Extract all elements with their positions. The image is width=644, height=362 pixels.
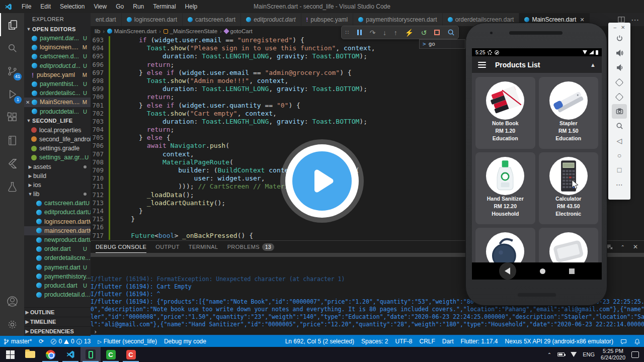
tree-folder[interactable]: ▶assets bbox=[24, 162, 91, 171]
language-mode[interactable]: Dart bbox=[439, 338, 457, 345]
pause-icon[interactable] bbox=[356, 29, 362, 37]
open-editor-item[interactable]: orderdetailsc...U bbox=[24, 88, 91, 98]
product-card-stapler[interactable]: StaplerRM 1.50Education bbox=[539, 77, 599, 149]
volume-up-button[interactable] bbox=[612, 46, 627, 60]
extensions-icon[interactable] bbox=[0, 106, 24, 129]
breadcrumb-item[interactable]: _MainScreenState bbox=[164, 28, 218, 34]
open-editor-item[interactable]: ✕MainScreen....M bbox=[24, 98, 91, 107]
problems-summary[interactable]: 0 0 i 13 bbox=[47, 338, 94, 345]
open-editor-item[interactable]: payment.dar...U bbox=[24, 34, 91, 43]
tree-file[interactable]: local.properties bbox=[24, 126, 91, 135]
open-editor-item[interactable]: cartscreen.d...U bbox=[24, 52, 91, 61]
chevron-up-icon[interactable]: ▲ bbox=[590, 62, 596, 68]
open-editor-item[interactable]: editproduct.d...U bbox=[24, 61, 91, 70]
tree-file[interactable]: editproduct.dartU bbox=[24, 208, 91, 217]
vscode-button[interactable] bbox=[60, 347, 80, 362]
nav-home-button[interactable] bbox=[540, 268, 545, 274]
hamburger-menu-icon[interactable] bbox=[478, 62, 486, 68]
rotate-right-button[interactable] bbox=[612, 89, 627, 104]
panel-tab-problems[interactable]: PROBLEMS13 bbox=[227, 241, 274, 253]
flutter-version[interactable]: Flutter: 1.17.4 bbox=[457, 338, 502, 345]
tree-file[interactable]: settings.gradle bbox=[24, 144, 91, 153]
cursor-position[interactable]: Ln 692, Col 5 (2 selected) bbox=[282, 338, 358, 345]
split-editor-icon[interactable] bbox=[618, 16, 625, 23]
more-actions-icon[interactable]: ⋯ bbox=[631, 15, 639, 25]
open-editor-item[interactable]: !pubspec.yamlM bbox=[24, 70, 91, 79]
menu-file[interactable]: File bbox=[17, 0, 36, 13]
step-out-icon[interactable]: ↑ bbox=[394, 29, 397, 37]
product-card-note-book[interactable]: Note BookRM 1.20Education bbox=[475, 77, 535, 149]
open-editor-item[interactable]: productdetai...U bbox=[24, 107, 91, 116]
tray-battery-icon[interactable] bbox=[557, 352, 565, 356]
tab-pubspec.yaml[interactable]: !pubspec.yaml bbox=[301, 13, 353, 26]
open-editor-item[interactable]: paymenthist...U bbox=[24, 79, 91, 88]
book-icon[interactable] bbox=[0, 129, 24, 152]
menu-edit[interactable]: Edit bbox=[36, 0, 55, 13]
hot-reload-icon[interactable]: ⚡ bbox=[405, 29, 413, 37]
tab-ent.dart[interactable]: ent.dart bbox=[91, 13, 121, 26]
tree-file[interactable]: newproduct.dartU bbox=[24, 235, 91, 244]
menu-help[interactable]: Help bbox=[181, 0, 202, 13]
project-header[interactable]: ▼ SECOND_LIFE bbox=[24, 116, 91, 126]
tree-file[interactable]: order.dartU bbox=[24, 244, 91, 253]
panel-tab-debug-console[interactable]: DEBUG CONSOLE bbox=[96, 241, 146, 253]
run-debug-icon[interactable]: 1 bbox=[0, 82, 24, 106]
tree-file[interactable]: settings_aar.gr...U bbox=[24, 153, 91, 162]
tree-file[interactable]: cartscreen.dartU bbox=[24, 199, 91, 208]
menu-terminal[interactable]: Terminal bbox=[148, 0, 180, 13]
sync-icon[interactable]: ⟳ bbox=[35, 338, 47, 345]
encoding[interactable]: UTF-8 bbox=[391, 338, 416, 345]
product-card-partial[interactable] bbox=[539, 228, 599, 262]
launch-config[interactable]: ▷Flutter (second_life) bbox=[94, 338, 160, 345]
source-control-icon[interactable]: 41 bbox=[0, 59, 24, 82]
stop-icon[interactable] bbox=[434, 30, 440, 35]
account-icon[interactable] bbox=[0, 290, 24, 313]
menu-go[interactable]: Go bbox=[111, 0, 128, 13]
eol[interactable]: CRLF bbox=[416, 338, 438, 345]
maximize-panel-icon[interactable]: ⌃ bbox=[621, 244, 625, 250]
debug-console-input[interactable]: › bbox=[94, 328, 644, 335]
close-icon[interactable]: ✕ bbox=[580, 17, 584, 23]
screenshot-button[interactable] bbox=[612, 104, 627, 119]
start-button[interactable] bbox=[0, 347, 20, 362]
nav-recents-button[interactable] bbox=[569, 268, 575, 274]
zoom-button[interactable] bbox=[612, 119, 627, 133]
section-outline[interactable]: ▶OUTLINE bbox=[24, 307, 91, 317]
emulator-close-button[interactable]: ✕ bbox=[621, 25, 625, 30]
widget-inspector-icon[interactable] bbox=[447, 29, 455, 36]
close-icon[interactable]: ✕ bbox=[26, 100, 32, 105]
restart-icon[interactable]: ↺ bbox=[421, 29, 427, 37]
test-beaker-icon[interactable] bbox=[0, 175, 24, 198]
panel-tab-terminal[interactable]: TERMINAL bbox=[189, 241, 218, 253]
open-editors-header[interactable]: ▼ OPEN EDITORS bbox=[24, 24, 91, 34]
breadcrumb-item[interactable]: lib bbox=[95, 28, 101, 34]
tray-chevron-icon[interactable]: ⌃ bbox=[547, 352, 551, 357]
emulator-overview-button[interactable]: □ bbox=[612, 162, 627, 177]
tree-file[interactable]: orderdetailscre...U bbox=[24, 253, 91, 262]
emulator-taskbar-button[interactable] bbox=[80, 347, 101, 362]
debug-input-box[interactable]: > go bbox=[419, 39, 465, 49]
emulator-minimize-button[interactable]: – bbox=[614, 25, 617, 30]
close-panel-icon[interactable]: ✕ bbox=[633, 243, 638, 250]
notifications-bell-icon[interactable] bbox=[630, 338, 644, 345]
tree-folder[interactable]: ▼lib bbox=[24, 190, 91, 199]
section-dependencies[interactable]: ▶DEPENDENCIES bbox=[24, 326, 91, 336]
section-timeline[interactable]: ▶TIMELINE bbox=[24, 317, 91, 326]
settings-gear-icon[interactable] bbox=[0, 313, 24, 336]
action-center-icon[interactable] bbox=[631, 351, 639, 358]
power-button[interactable] bbox=[612, 31, 627, 46]
emulator-more-button[interactable]: ⋯ bbox=[612, 177, 627, 192]
menu-view[interactable]: View bbox=[89, 0, 111, 13]
emulator-back-button[interactable]: ◁ bbox=[612, 133, 627, 148]
tab-loginscreen.dart[interactable]: loginscreen.dart bbox=[122, 13, 182, 26]
search-icon[interactable] bbox=[0, 36, 24, 59]
tree-folder[interactable]: ▶ios bbox=[24, 180, 91, 190]
menu-run[interactable]: Run bbox=[128, 0, 148, 13]
tree-file[interactable]: payment.dartU bbox=[24, 263, 91, 272]
explorer-icon[interactable] bbox=[0, 13, 24, 36]
chrome-button[interactable] bbox=[40, 347, 60, 362]
nav-back-button[interactable] bbox=[499, 262, 516, 280]
volume-down-button[interactable] bbox=[612, 60, 627, 75]
file-explorer-button[interactable] bbox=[20, 347, 40, 362]
video-play-button[interactable] bbox=[285, 144, 359, 218]
